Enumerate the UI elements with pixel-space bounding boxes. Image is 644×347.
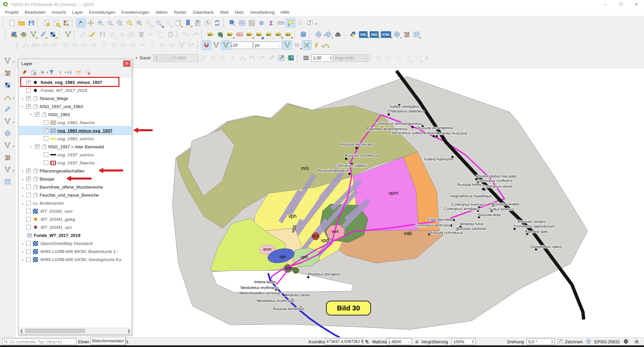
layer-item[interactable]: nsg_1937_umriss xyxy=(19,151,131,159)
species-label: Neoboletus erythropus xyxy=(240,286,279,290)
species-label: Russula illota xyxy=(478,213,501,217)
remove-layer-button[interactable] xyxy=(84,68,91,76)
species-label: Amanita citrina xyxy=(285,293,310,297)
layer-panel-close-button[interactable]: ✕ xyxy=(123,60,130,67)
layer-item[interactable]: nsg_1983 minus nsg_1937 xyxy=(19,127,131,135)
species-dot xyxy=(483,189,486,191)
layer-item[interactable]: ›OpenStreetMap Standard xyxy=(19,239,131,247)
expander-icon[interactable]: › xyxy=(20,184,25,190)
layer-checkbox[interactable] xyxy=(35,112,40,117)
layer-panel-scrollbar[interactable]: ❮ ❯ xyxy=(19,328,131,334)
add-group-button[interactable] xyxy=(30,68,37,76)
layer-label: nsg_1983_umriss xyxy=(57,136,94,141)
layer-item[interactable]: ›Bodenarten xyxy=(19,199,131,207)
funnel-icon xyxy=(49,69,54,75)
species-dot xyxy=(453,219,455,221)
rotation-spin[interactable]: 0,0 °▲▼ xyxy=(527,338,555,345)
layer-label: WT_DGM1_xyz xyxy=(41,225,72,230)
open-layer-styling-button[interactable] xyxy=(20,68,28,76)
layer-checkbox[interactable] xyxy=(26,257,31,262)
layer-item[interactable]: ›WMS LGRB-BW GK50: Geologische Ka xyxy=(19,255,131,263)
raster-layer-icon xyxy=(33,249,38,254)
expander-icon[interactable]: › xyxy=(20,104,25,109)
expander-icon[interactable]: › xyxy=(29,144,34,149)
layer-item[interactable]: WT_DGM1_gpkg xyxy=(19,215,131,223)
layer-label: nsg_1937_flaeche xyxy=(57,160,95,165)
layer-checkbox[interactable] xyxy=(44,120,48,125)
layer-item[interactable]: ›Strasse_Wege xyxy=(19,94,131,102)
layer-checkbox[interactable] xyxy=(26,249,31,254)
point-layer-icon xyxy=(34,89,37,92)
layer-checkbox[interactable] xyxy=(26,209,31,213)
layer-checkbox[interactable] xyxy=(35,144,40,149)
layer-checkbox[interactable] xyxy=(26,96,31,101)
layer-item[interactable]: ›NSG_1937_und_1983 xyxy=(19,102,131,110)
layer-label: Funde_WT_2017_2019 xyxy=(41,88,87,93)
layer-item[interactable]: ›NSG_1937 = Alter Bannwald xyxy=(19,143,131,151)
layer-item[interactable]: ›WMS LGRB-BW BK50: Bodenkarte 1 : xyxy=(19,247,131,255)
layer-label: NSG_1937 = Alter Bannwald xyxy=(48,144,104,149)
layer-checkbox[interactable] xyxy=(26,104,31,109)
layer-label: nsg_1983_flaeche xyxy=(57,120,95,125)
layer-item[interactable]: Funde_WT_2017_2019 xyxy=(19,86,131,94)
layer-item[interactable]: WT_DGM1_rast xyxy=(19,207,131,215)
crs-globe-icon[interactable] xyxy=(586,339,591,344)
layer-checkbox[interactable] xyxy=(44,128,48,133)
expander-icon[interactable]: › xyxy=(20,168,25,174)
layer-panel[interactable]: Layer ✕ ▾▾ funde_nsg_1983_minus_1937Fund… xyxy=(18,59,132,335)
layer-item[interactable]: nsg_1983_umriss xyxy=(19,135,131,143)
crs-value[interactable]: EPSG:25832 xyxy=(594,338,620,345)
mouse-extent-icon[interactable] xyxy=(364,339,369,344)
layer-item[interactable]: ›Feuchte_und_nasse_Bereiche xyxy=(19,191,131,199)
expander-icon[interactable]: › xyxy=(20,249,25,254)
scale-combo[interactable]: 1:4500⌄ xyxy=(386,338,412,345)
layer-checkbox[interactable] xyxy=(26,168,31,173)
layer-checkbox[interactable] xyxy=(26,177,31,181)
expander-icon[interactable]: › xyxy=(20,200,25,206)
collapse-all-button[interactable] xyxy=(75,68,82,76)
coordinate-input[interactable]: 473637.4,5397262.9 xyxy=(325,338,363,345)
eps-icon xyxy=(58,69,63,75)
layer-checkbox[interactable] xyxy=(26,185,31,189)
layer-checkbox[interactable] xyxy=(44,136,48,141)
species-label: Russula decolorans xyxy=(340,142,374,146)
species-dot xyxy=(345,158,347,160)
scrollbar-thumb[interactable] xyxy=(25,329,85,333)
layer-item[interactable]: ›Baumfreie_offene_Moorbereiche xyxy=(19,183,131,191)
layer-item[interactable]: nsg_1937_flaeche xyxy=(19,159,131,167)
expander-icon[interactable]: › xyxy=(20,96,25,101)
layer-panel-titlebar[interactable]: Layer ✕ xyxy=(18,59,132,68)
layer-checkbox[interactable] xyxy=(26,193,31,197)
layer-checkbox[interactable] xyxy=(44,152,48,157)
manage-map-themes-button[interactable]: ▾ xyxy=(39,68,46,76)
search-input[interactable]: Zu suchender Typ (Strg+K) xyxy=(2,338,76,345)
expander-icon[interactable]: › xyxy=(20,241,25,246)
expander-icon[interactable]: › xyxy=(20,257,25,262)
layer-checkbox[interactable] xyxy=(44,160,48,165)
lock-scale-icon[interactable] xyxy=(414,339,419,344)
layer-checkbox[interactable] xyxy=(26,225,31,230)
layer-item[interactable]: nsg_1983_flaeche xyxy=(19,118,131,127)
layer-checkbox[interactable] xyxy=(26,217,31,221)
expander-icon[interactable]: › xyxy=(20,176,25,182)
layer-checkbox[interactable] xyxy=(26,241,31,246)
layer-checkbox[interactable] xyxy=(26,201,31,205)
render-checkbox[interactable] xyxy=(557,338,564,345)
filter-by-expression-button[interactable]: ▾ xyxy=(57,68,64,76)
expand-all-button[interactable] xyxy=(66,68,73,76)
scroll-right-button[interactable]: ❯ xyxy=(126,328,131,334)
tasks-icon[interactable] xyxy=(634,339,640,345)
expander-icon[interactable]: › xyxy=(20,192,25,198)
messages-icon[interactable] xyxy=(623,339,629,345)
layer-item[interactable]: ›NSG_1983 xyxy=(19,110,131,118)
scroll-left-button[interactable]: ❮ xyxy=(19,328,24,334)
layer-checkbox[interactable] xyxy=(26,88,31,93)
layer-item[interactable]: WT_DGM1_xyz xyxy=(19,223,131,231)
region-label: evm xyxy=(263,247,272,252)
magnifier-spin[interactable]: 100%▲▼ xyxy=(451,338,476,345)
folder-icon xyxy=(33,200,38,206)
expander-icon[interactable]: › xyxy=(29,112,34,117)
layer-item[interactable]: Funde_WT_2017_2019 xyxy=(19,231,131,239)
red-hatch-swatch xyxy=(50,161,56,165)
filter-legend-button[interactable] xyxy=(48,68,55,76)
